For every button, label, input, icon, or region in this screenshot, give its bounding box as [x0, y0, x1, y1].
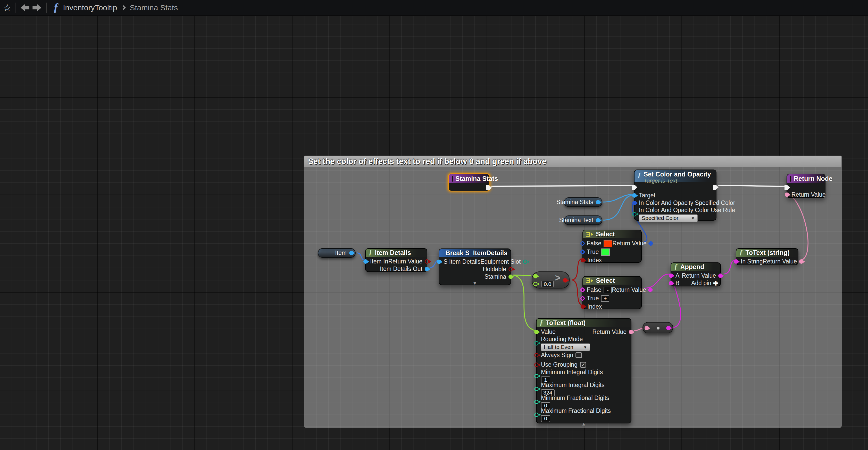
greater-operator: >	[555, 273, 561, 283]
comment-header[interactable]: Set the color of effects text to red if …	[304, 156, 842, 167]
exec-out-pin[interactable]	[713, 185, 718, 190]
pin-stamina[interactable]	[508, 275, 513, 279]
pin-always-sign[interactable]	[534, 353, 539, 357]
variable-pill-item[interactable]: Item	[318, 248, 355, 258]
pin-label: Rounding Mode	[541, 336, 590, 343]
collapse-arrow-icon[interactable]: ▲	[536, 421, 631, 427]
pin-index[interactable]	[581, 258, 585, 262]
pin-holdable[interactable]	[508, 267, 513, 272]
false-value-field[interactable]: -	[603, 287, 612, 293]
collapse-arrow-icon[interactable]: ▼	[439, 280, 510, 287]
variable-pill-stamina-stats[interactable]: Stamina Stats	[564, 197, 602, 207]
forward-arrow-icon[interactable]	[32, 4, 41, 11]
variable-pill-stamina-text[interactable]: Stamina Text	[564, 216, 602, 225]
pin-return-value[interactable]	[648, 287, 653, 292]
pin-label: Maximum Integral Digits	[541, 382, 604, 389]
always-sign-checkbox[interactable]	[576, 352, 582, 358]
pin-true[interactable]	[580, 296, 585, 301]
pin-specified-color[interactable]	[632, 201, 637, 205]
pin-return-value[interactable]	[629, 330, 633, 334]
pin-stamina-stats-out[interactable]	[596, 200, 600, 204]
pin-result-out[interactable]	[563, 278, 567, 283]
pin-label: Return Value	[388, 258, 423, 265]
function-icon: ƒ	[369, 249, 372, 256]
node-totext-float[interactable]: ƒ ToText (float) Value Return Value Roun…	[536, 318, 631, 423]
dropdown-arrow-icon: ▼	[583, 345, 587, 349]
pin-b-in[interactable]	[533, 282, 537, 286]
pin-a-in[interactable]	[533, 274, 537, 278]
node-title: Set Color and Opacity	[644, 171, 711, 178]
pin-label: Use Grouping	[541, 361, 578, 368]
pin-false[interactable]	[580, 287, 585, 292]
pin-false[interactable]	[580, 241, 585, 246]
pin-return-value[interactable]	[799, 259, 804, 264]
color-use-rule-dropdown[interactable]: Specified Color ▼	[639, 215, 698, 222]
pin-return-value[interactable]	[648, 241, 654, 246]
pin-min-integral-digits[interactable]	[534, 374, 539, 378]
node-return[interactable]: Return Node Return Value	[786, 174, 826, 198]
node-append[interactable]: ƒ Append A Return Value B A	[671, 262, 721, 286]
pin-item-out[interactable]	[349, 251, 353, 255]
pin-target[interactable]	[632, 193, 637, 198]
pin-return-value[interactable]	[425, 259, 429, 264]
breadcrumb-chevron-icon	[121, 5, 126, 10]
exec-in-pin[interactable]	[784, 185, 790, 190]
node-break-s-itemdetails[interactable]: Break S_ItemDetails S Item Details Equip…	[439, 249, 511, 285]
breadcrumb-current[interactable]: Stamina Stats	[130, 3, 178, 12]
true-value-field[interactable]: +	[601, 295, 609, 302]
pin-in-string[interactable]	[734, 259, 738, 264]
pin-a[interactable]	[669, 274, 673, 278]
pin-label: True	[587, 295, 599, 302]
node-item-details[interactable]: ƒ Item Details Item In Return Value Item…	[365, 248, 427, 272]
node-set-color-and-opacity[interactable]: ƒ Set Color and Opacity Target is Text T…	[634, 170, 716, 221]
pin-item-details-out[interactable]	[425, 267, 429, 271]
pin-label: Return Value	[763, 258, 797, 265]
use-grouping-checkbox[interactable]: ✔	[580, 362, 586, 368]
add-pin-icon[interactable]: ✚	[713, 280, 718, 287]
blueprint-graph-canvas[interactable]: Set the color of effects text to red if …	[0, 0, 868, 450]
pin-stamina-text-out[interactable]	[596, 218, 600, 222]
max-fractional-field[interactable]: 0	[541, 415, 550, 422]
pin-label: Index	[587, 303, 602, 310]
breadcrumb-parent[interactable]: InventoryTooltip	[63, 3, 117, 12]
node-totext-string[interactable]: ƒ ToText (string) In String Return Value	[736, 248, 798, 265]
node-event-stamina-stats[interactable]: Stamina Stats	[448, 173, 490, 192]
pin-min-fractional-digits[interactable]	[534, 400, 539, 404]
node-title: ToText (string)	[746, 249, 789, 256]
exec-out-pin[interactable]	[486, 185, 492, 190]
pin-true[interactable]	[580, 249, 585, 255]
pin-max-integral-digits[interactable]	[534, 387, 539, 391]
node-select-sign[interactable]: Ǝ Select False - Return Value True	[583, 276, 642, 309]
pin-equipment-slot[interactable]	[523, 259, 527, 264]
variable-label: Item	[335, 250, 347, 256]
true-color-swatch[interactable]	[601, 249, 610, 256]
pin-return-value[interactable]	[718, 274, 723, 278]
pin-return-value[interactable]	[785, 193, 789, 197]
greater-b-value-field[interactable]: 0.0	[541, 281, 554, 287]
node-greater-than[interactable]: > 0.0	[532, 272, 569, 288]
back-arrow-icon[interactable]	[21, 4, 29, 11]
pin-max-fractional-digits[interactable]	[534, 413, 539, 417]
pin-s-item-details[interactable]	[437, 259, 441, 264]
node-text-to-string-conversion[interactable]	[643, 322, 673, 333]
favorite-star-icon[interactable]: ☆	[3, 3, 11, 12]
false-color-swatch[interactable]	[603, 240, 612, 247]
pin-use-grouping[interactable]	[534, 363, 539, 367]
add-pin-label: Add pin	[691, 280, 711, 287]
pin-value[interactable]	[534, 330, 539, 334]
variable-label: Stamina Text	[559, 217, 593, 224]
pin-rounding-mode[interactable]	[534, 341, 539, 345]
pin-item-in[interactable]	[363, 259, 368, 264]
pin-index[interactable]	[581, 305, 585, 309]
node-select-color[interactable]: Ǝ Select False Return Value True	[583, 230, 642, 263]
node-title: Break S_ItemDetails	[445, 249, 507, 257]
pin-b[interactable]	[669, 281, 673, 285]
node-title: Select	[596, 277, 615, 284]
pin-color-use-rule[interactable]	[632, 212, 637, 217]
pin-string-out[interactable]	[666, 326, 671, 330]
exec-in-pin[interactable]	[632, 185, 637, 190]
pin-label: Equipment Slot	[480, 258, 521, 265]
pin-text-in[interactable]	[645, 326, 649, 330]
rounding-mode-dropdown[interactable]: Half to Even ▼	[541, 343, 590, 351]
node-title: Append	[680, 263, 704, 271]
